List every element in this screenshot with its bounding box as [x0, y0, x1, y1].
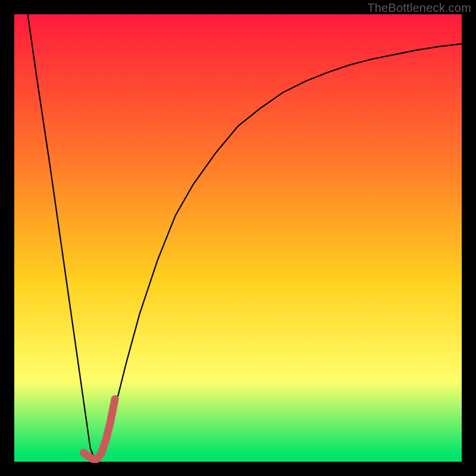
bottleneck-curve-path — [28, 14, 462, 459]
optimal-region-highlight-path — [84, 399, 115, 459]
watermark-text: TheBottleneck.com — [367, 1, 471, 15]
chart-frame: TheBottleneck.com — [0, 0, 476, 476]
chart-svg-layer — [14, 14, 462, 462]
